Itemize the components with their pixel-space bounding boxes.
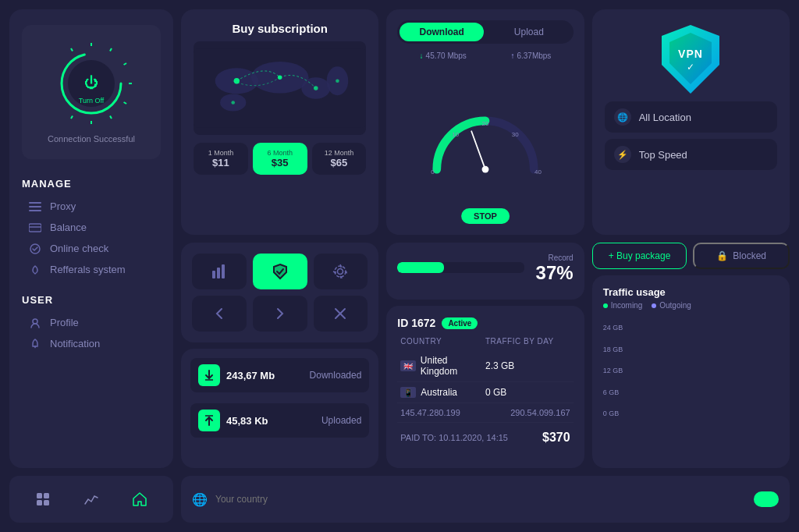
vpn-option-speed[interactable]: ⚡ Top Speed bbox=[605, 139, 777, 170]
svg-point-44 bbox=[338, 269, 343, 275]
blocked-button[interactable]: 🔒 Blocked bbox=[693, 243, 790, 269]
svg-line-0 bbox=[71, 48, 73, 51]
referrals-label: Refferals system bbox=[50, 264, 126, 275]
svg-rect-13 bbox=[29, 206, 41, 207]
upload-arrow: ↑ bbox=[510, 51, 514, 60]
svg-text:⏻: ⏻ bbox=[84, 75, 98, 90]
subscription-title: Buy subscription bbox=[194, 22, 366, 35]
upload-arrow-icon bbox=[204, 415, 215, 426]
menu-item-online-check[interactable]: Online check bbox=[22, 238, 161, 259]
menu-item-notification[interactable]: Notification bbox=[22, 333, 161, 354]
downloaded-row: 243,67 Mb Downloaded bbox=[190, 358, 369, 392]
svg-text:✓: ✓ bbox=[687, 62, 694, 73]
y-label-18: 18 GB bbox=[603, 346, 623, 353]
menu-item-profile[interactable]: Profile bbox=[22, 312, 161, 333]
country-header: COUNTRY bbox=[400, 337, 485, 346]
svg-point-28 bbox=[278, 75, 282, 80]
table-row: 🇬🇧 United Kingdom 2.3 GB bbox=[397, 350, 573, 382]
table-header: COUNTRY TRAFFIC BY DAY bbox=[397, 337, 573, 346]
shield-icon bbox=[272, 263, 289, 280]
pricing-row: 1 Month $11 6 Month $35 12 Month $65 bbox=[194, 143, 366, 175]
gear-button[interactable] bbox=[314, 254, 368, 289]
svg-rect-55 bbox=[44, 500, 49, 505]
tab-download[interactable]: Download bbox=[400, 23, 484, 41]
vpn-option-location[interactable]: 🌐 All Location bbox=[605, 101, 777, 133]
profile-icon bbox=[28, 317, 42, 328]
plan-12month[interactable]: 12 Month $65 bbox=[312, 143, 367, 175]
incoming-legend: Incoming bbox=[603, 301, 643, 310]
upload-speed-text: 6.37Mbps bbox=[517, 51, 551, 60]
svg-rect-15 bbox=[29, 224, 41, 232]
shield-button[interactable] bbox=[253, 254, 307, 289]
svg-rect-41 bbox=[212, 271, 215, 278]
y-label-6: 6 GB bbox=[603, 388, 623, 396]
uk-country: United Kingdom bbox=[421, 355, 485, 377]
active-badge: Active bbox=[442, 317, 478, 329]
traffic-title: Traffic usage bbox=[603, 286, 779, 298]
svg-text:20: 20 bbox=[482, 120, 489, 127]
svg-point-45 bbox=[335, 266, 346, 277]
left-panel: ⏻ Turn Off Connection Successful MANAGE … bbox=[9, 9, 173, 468]
au-traffic: 0 GB bbox=[485, 387, 570, 398]
country-input[interactable] bbox=[215, 494, 746, 505]
svg-rect-14 bbox=[29, 210, 41, 211]
chart-nav-button[interactable] bbox=[79, 487, 104, 512]
au-flag: 📱 bbox=[400, 387, 416, 398]
paid-row: PAID TO: 10.11.2020, 14:15 $370 bbox=[397, 426, 573, 449]
traffic-legend: Incoming Outgoing bbox=[603, 301, 779, 310]
buy-package-button[interactable]: + Buy package bbox=[592, 243, 687, 269]
location-icon: 🌐 bbox=[614, 108, 631, 126]
svg-point-29 bbox=[314, 86, 318, 90]
chart-area: 24 GB 18 GB 12 GB 6 GB 0 GB bbox=[603, 316, 779, 417]
home-nav-button[interactable] bbox=[127, 487, 152, 512]
turn-off-label: Turn Off bbox=[79, 97, 105, 105]
speed-card: Download Upload ↓ 45.70 Mbps ↑ 6.37Mbps … bbox=[386, 9, 584, 235]
connection-id-card: ID 1672 Active COUNTRY TRAFFIC BY DAY 🇬🇧… bbox=[386, 306, 584, 468]
svg-text:10: 10 bbox=[452, 131, 459, 138]
svg-point-27 bbox=[234, 78, 240, 83]
plan-1month[interactable]: 1 Month $11 bbox=[194, 143, 248, 175]
bar-chart-button[interactable] bbox=[192, 254, 247, 289]
record-percent: 37% bbox=[531, 262, 574, 284]
download-speed-text: 45.70 Mbps bbox=[426, 51, 467, 60]
plan-6month[interactable]: 6 Month $35 bbox=[253, 143, 307, 175]
right-arrow-button[interactable] bbox=[253, 296, 307, 332]
plan-12month-price: $65 bbox=[317, 157, 362, 168]
uk-traffic: 2.3 GB bbox=[485, 360, 570, 371]
grid-nav-button[interactable] bbox=[30, 487, 55, 512]
online-check-label: Online check bbox=[50, 243, 108, 254]
connection-card: ⏻ Turn Off Connection Successful bbox=[22, 25, 161, 159]
svg-rect-12 bbox=[29, 202, 41, 204]
stop-button[interactable]: STOP bbox=[461, 208, 510, 224]
progress-bar-fill bbox=[397, 262, 444, 273]
close-button[interactable] bbox=[314, 296, 368, 332]
close-icon bbox=[332, 306, 348, 321]
progress-card: Record 37% bbox=[386, 243, 584, 300]
uploaded-label: Uploaded bbox=[321, 415, 361, 426]
uk-flag: 🇬🇧 bbox=[400, 360, 415, 371]
svg-text:40: 40 bbox=[534, 168, 542, 176]
chart-bars bbox=[629, 324, 779, 417]
chart-icon bbox=[83, 491, 99, 507]
blocked-label: Blocked bbox=[733, 250, 766, 261]
svg-point-30 bbox=[231, 101, 235, 105]
menu-item-referrals[interactable]: Refferals system bbox=[22, 259, 161, 280]
paid-amount: $370 bbox=[542, 431, 570, 445]
country-toggle[interactable] bbox=[754, 491, 779, 507]
profile-label: Profile bbox=[50, 317, 79, 328]
subscription-card: Buy subscription bbox=[181, 9, 378, 235]
country-input-bar: 🌐 bbox=[181, 476, 790, 523]
incoming-label: Incoming bbox=[611, 301, 643, 310]
left-arrow-button[interactable] bbox=[192, 296, 247, 332]
user-section: USER Profile Notification bbox=[22, 294, 161, 354]
menu-item-balance[interactable]: Balance bbox=[22, 217, 161, 238]
tab-upload[interactable]: Upload bbox=[487, 23, 571, 41]
connection-status: Connection Successful bbox=[48, 134, 135, 144]
globe-icon: 🌐 bbox=[192, 492, 208, 507]
ip-row: 145.47.280.199 290.54.099.167 bbox=[397, 403, 573, 423]
map-svg bbox=[194, 41, 366, 135]
menu-item-proxy[interactable]: Proxy bbox=[22, 196, 161, 217]
y-label-24: 24 GB bbox=[603, 324, 623, 332]
svg-rect-52 bbox=[37, 493, 42, 498]
svg-point-18 bbox=[33, 319, 37, 324]
